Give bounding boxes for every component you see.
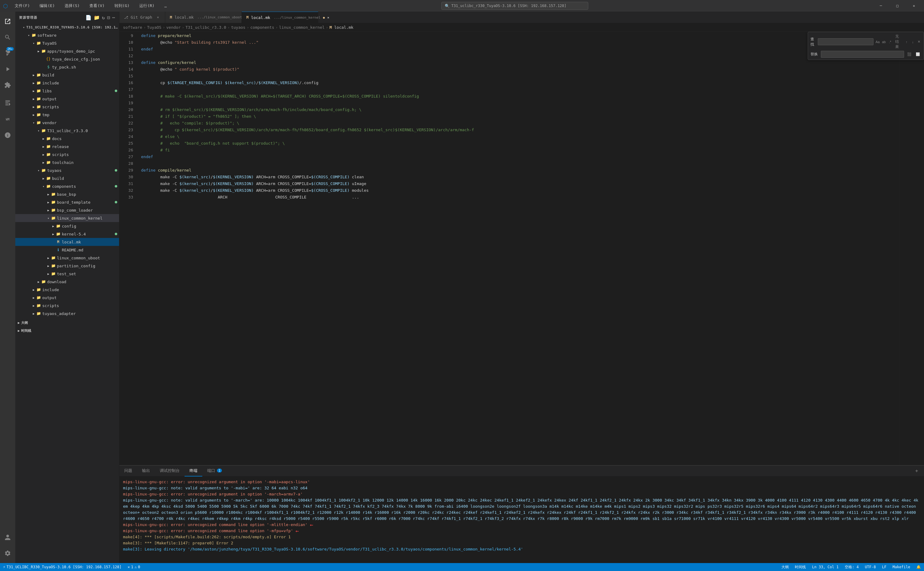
find-opt-ab[interactable]: ab (882, 39, 886, 45)
replace-once-btn[interactable]: ⬛ (906, 51, 913, 58)
tree-kernel54[interactable]: ▶ 📁 kernel-5.4 (15, 230, 119, 238)
menu-select[interactable]: 选择(S) (62, 1, 83, 11)
activity-explorer[interactable] (0, 14, 15, 29)
find-close-btn[interactable]: ✕ (917, 39, 921, 45)
status-timeline[interactable]: 时间线 (792, 565, 809, 570)
menu-run[interactable]: 运行(R) (136, 1, 157, 11)
find-opt-aa[interactable]: Aa (875, 39, 880, 45)
find-opt-regex[interactable]: .* (888, 39, 892, 45)
replace-all-btn[interactable]: ⬜ (915, 51, 921, 58)
tree-t31-scripts[interactable]: ▶ 📁 scripts (15, 150, 119, 159)
menu-file[interactable]: 文件(F) (12, 1, 33, 11)
activity-remote[interactable] (0, 96, 15, 111)
tab-terminal[interactable]: 终端 (184, 466, 202, 477)
tree-software[interactable]: ▾ 📁 software (15, 31, 119, 39)
breadcrumb-lck[interactable]: linux_common_kernel (279, 25, 325, 30)
tree-libs[interactable]: ▶ 📁 libs (15, 87, 119, 95)
menu-goto[interactable]: 转到(G) (111, 1, 133, 11)
tree-test-set[interactable]: ▶ 📁 test_set (15, 270, 119, 278)
breadcrumb-software[interactable]: software (123, 25, 142, 30)
tab-local-mk-uboot[interactable]: M local.mk .../linux_common_uboot ✕ (165, 12, 242, 23)
tree-root[interactable]: ▾ T31_UCLIBC_R330_TUYAOS-3.10.6 [SSH: 19… (15, 23, 119, 31)
tree-tuyaos[interactable]: ▾ 📁 TuyaOS (15, 39, 119, 47)
find-prev-btn[interactable]: ↑ (904, 39, 909, 45)
tree-json-file[interactable]: {} tuya_device_cfg.json (15, 55, 119, 63)
minimize-button[interactable]: ─ (874, 0, 888, 12)
activity-search[interactable] (0, 30, 15, 45)
status-language[interactable]: Makefile (889, 565, 913, 569)
tab-output[interactable]: 输出 (137, 466, 155, 477)
tree-output[interactable]: ▶ 📁 output (15, 95, 119, 103)
tab-git-graph[interactable]: ⎇ Git Graph ✕ (119, 12, 165, 23)
tree-tuyaos-vendor[interactable]: ▾ 📁 tuyaos (15, 167, 119, 174)
tree-sh-file[interactable]: $ ty_pack.sh (15, 63, 119, 71)
tree-board-template[interactable]: ▶ 📁 board_template (15, 198, 119, 206)
tree-bsp-comm[interactable]: ▶ 📁 bsp_comm_loader (15, 206, 119, 214)
tree-vendor[interactable]: ▾ 📁 vendor (15, 119, 119, 127)
menu-more[interactable]: … (161, 1, 170, 11)
tree-include[interactable]: ▶ 📁 include (15, 79, 119, 87)
maximize-button[interactable]: □ (890, 0, 904, 12)
status-remote[interactable]: ⚡ T31_UCLIBC_R330_TuyaOS-3.10.6 [SSH: 19… (0, 563, 125, 571)
tree-tuyaos-build[interactable]: ▶ 📁 build (15, 174, 119, 182)
tree-local-mk[interactable]: M local.mk (15, 238, 119, 246)
tab-kernel-close[interactable]: ✕ (327, 15, 329, 20)
breadcrumb-localmk[interactable]: M local.mk (329, 25, 353, 30)
tree-config[interactable]: ▶ 📁 config (15, 222, 119, 230)
tree-docs[interactable]: ▶ 📁 docs (15, 134, 119, 142)
activity-account[interactable] (0, 530, 15, 545)
breadcrumb-tuyaos[interactable]: TuyaOS (147, 25, 161, 30)
code-editor[interactable]: 910111213 1415161718 1920212223 24252627… (119, 32, 924, 465)
menu-edit[interactable]: 编辑(E) (36, 1, 57, 11)
status-spaces[interactable]: 空格: 4 (842, 565, 862, 570)
tree-tmp[interactable]: ▶ 📁 tmp (15, 111, 119, 119)
tab-debug-console[interactable]: 调试控制台 (155, 466, 184, 477)
tab-problems[interactable]: 问题 (119, 466, 137, 477)
timeline-section[interactable]: ▶ 时间线 (15, 327, 119, 335)
activity-git[interactable] (0, 128, 15, 142)
tree-toolchain[interactable]: ▶ 📁 toolchain (15, 159, 119, 167)
add-terminal-button[interactable]: + (912, 467, 921, 475)
menu-view[interactable]: 查看(V) (86, 1, 107, 11)
new-folder-icon[interactable]: 📁 (94, 15, 100, 20)
find-input[interactable] (818, 38, 873, 45)
tree-t31-uclibc[interactable]: ▾ 📁 T31_uclibc_r3.3.0 (15, 127, 119, 134)
tree-components[interactable]: ▾ 📁 components (15, 182, 119, 190)
activity-settings[interactable] (0, 546, 15, 560)
tab-local-mk-kernel[interactable]: M local.mk .../linux_common_kernel ● ✕ (242, 12, 318, 23)
status-outline[interactable]: 大纲 (779, 565, 792, 570)
status-errors[interactable]: ✕ 1 ⚠ 0 (125, 563, 143, 571)
refresh-icon[interactable]: ↻ (102, 15, 105, 20)
tree-scripts2[interactable]: ▶ 📁 scripts (15, 302, 119, 310)
tree-readme[interactable]: ℹ README.md (15, 246, 119, 254)
status-line-col[interactable]: Ln 33, Col 1 (809, 565, 842, 569)
status-line-ending[interactable]: LF (879, 565, 889, 569)
breadcrumb-vendor[interactable]: vendor (166, 25, 181, 30)
new-file-icon[interactable]: 📄 (85, 15, 92, 20)
tree-output2[interactable]: ▶ 📁 output (15, 293, 119, 302)
tree-base-bsp[interactable]: ▶ 📁 base_bsp (15, 190, 119, 198)
tree-linux-common-kernel[interactable]: ▾ 📁 linux_common_kernel (15, 214, 119, 222)
activity-scm[interactable]: 2K+ (0, 46, 15, 60)
tree-download[interactable]: ▶ 📁 download (15, 278, 119, 286)
tree-build[interactable]: ▶ 📁 build (15, 71, 119, 79)
tree-scripts[interactable]: ▶ 📁 scripts (15, 103, 119, 111)
tab-ports[interactable]: 端口 1 (202, 466, 227, 477)
outline-section[interactable]: ▶ 大纲 (15, 319, 119, 327)
tree-linux-uboot[interactable]: ▶ 📁 linux_common_uboot (15, 254, 119, 262)
code-content[interactable]: define prepare/kernel @echo "Start build… (136, 32, 899, 465)
activity-run[interactable] (0, 62, 15, 76)
collapse-icon[interactable]: ⊟ (107, 15, 110, 20)
breadcrumb-t31[interactable]: T31_uclibc_r3.3.0 (186, 25, 226, 30)
status-notifications[interactable]: 🔔 (913, 565, 924, 569)
activity-extensions[interactable] (0, 78, 15, 93)
close-button[interactable]: ✕ (907, 0, 921, 12)
find-next-btn[interactable]: ↓ (910, 39, 915, 45)
tree-include2[interactable]: ▶ 📁 include (15, 286, 119, 293)
tree-partition[interactable]: ▶ 📁 partition_config (15, 262, 119, 270)
replace-input[interactable] (821, 51, 904, 58)
status-encoding[interactable]: UTF-8 (862, 565, 879, 569)
activity-wordcount[interactable]: WM (0, 112, 15, 127)
tree-tuyaos-adapter[interactable]: ▶ 📁 tuyaos_adapter (15, 310, 119, 318)
search-bar[interactable]: 🔍 T31_uclibc_r330_TuyaOS-3.10.6 [SSH: 19… (441, 2, 588, 10)
